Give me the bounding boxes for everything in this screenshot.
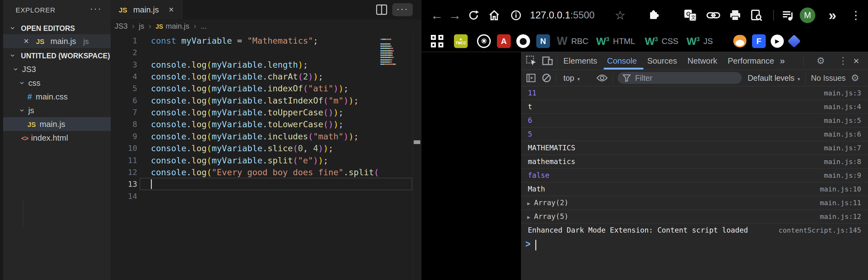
breadcrumb-item[interactable]: JS3	[115, 22, 127, 30]
token: ,	[303, 144, 313, 153]
back-icon[interactable]: ←	[428, 0, 445, 31]
bookmark-w3schools-css[interactable]: W3CSS	[645, 33, 678, 49]
reload-icon[interactable]	[465, 0, 482, 31]
breadcrumb-item[interactable]: main.js	[165, 22, 189, 30]
source-link[interactable]: main.js:6	[824, 127, 861, 141]
console-message: Array(5)	[534, 212, 569, 220]
source-link[interactable]: main.js:12	[820, 210, 861, 223]
workspace-section[interactable]: › UNTITLED (WORKSPACE)	[3, 49, 119, 62]
tab-mainjs[interactable]: JS main.js ×	[111, 0, 182, 19]
devtools-close-icon[interactable]: ×	[854, 52, 859, 69]
context-selector[interactable]: top▾	[563, 70, 580, 86]
split-editor-icon[interactable]	[376, 4, 387, 15]
tree-item-label: css	[28, 78, 40, 88]
bookmark-weebly-rbc[interactable]: WRBC	[557, 33, 588, 49]
open-editor-item-mainjs[interactable]: × JS main.js js	[3, 34, 111, 48]
bookmark-star-icon[interactable]: ☆	[612, 0, 628, 31]
source-link[interactable]: main.js:10	[820, 182, 861, 196]
breadcrumb[interactable]: JS3›js›JSmain.js›...	[115, 19, 207, 33]
bookmark-acrobat[interactable]: A	[497, 33, 511, 49]
explorer-more-icon[interactable]: ···	[90, 3, 102, 14]
browser-menu-kebab-icon[interactable]: ⋮	[848, 0, 864, 31]
translate-icon[interactable]: G文	[681, 0, 700, 31]
overflow-chevrons-icon[interactable]: »	[823, 0, 842, 31]
code-area[interactable]: 1const myVariable = "Mathematics";23cons…	[111, 33, 379, 280]
copy-link-icon[interactable]	[704, 0, 723, 31]
forward-icon[interactable]: →	[446, 0, 463, 31]
open-editors-section[interactable]: › OPEN EDITORS	[3, 21, 119, 35]
bookmark-w3schools-js[interactable]: W3JS	[686, 33, 713, 49]
token: .	[262, 107, 268, 117]
source-link[interactable]: main.js:11	[820, 196, 861, 210]
source-link[interactable]: main.js:8	[824, 155, 861, 168]
source-link[interactable]: main.js:9	[824, 169, 861, 182]
console-settings-gear-icon[interactable]: ⚙	[851, 70, 859, 86]
tab-sources[interactable]: Sources	[647, 52, 677, 69]
tab-network[interactable]: Network	[687, 52, 717, 69]
search-page-icon[interactable]	[748, 0, 765, 31]
bookmark-navy-n[interactable]: N	[536, 33, 550, 49]
token: .	[186, 167, 191, 177]
console-filter-input[interactable]: Filter	[618, 72, 742, 84]
tree-item-css[interactable]: ›css	[3, 76, 111, 90]
tree-item-main-js[interactable]: JSmain.js	[3, 117, 111, 131]
clear-console-icon[interactable]	[540, 70, 553, 86]
bookmark-openai[interactable]: ✳	[477, 33, 491, 49]
print-icon[interactable]	[726, 0, 744, 31]
page-content[interactable]	[422, 52, 521, 280]
more-tabs-icon[interactable]: »	[780, 52, 785, 69]
minimap-line	[380, 64, 396, 65]
bookmark-scratch[interactable]	[733, 33, 746, 49]
source-link[interactable]: main.js:4	[824, 100, 861, 114]
log-levels-selector[interactable]: Default levels▾	[748, 70, 800, 86]
tree-item-index-html[interactable]: <>index.html	[3, 131, 111, 145]
devtools-menu-kebab-icon[interactable]: ⋮	[838, 52, 848, 69]
minimap[interactable]	[380, 39, 411, 89]
live-expression-eye-icon[interactable]	[595, 70, 610, 86]
site-info-icon[interactable]	[507, 0, 524, 31]
bookmark-github[interactable]	[516, 33, 530, 49]
console-sidebar-toggle-icon[interactable]	[524, 70, 538, 86]
device-toolbar-icon[interactable]	[540, 52, 555, 69]
close-icon[interactable]: ×	[24, 36, 29, 46]
tree-item-js[interactable]: ›js	[3, 103, 111, 117]
profile-avatar[interactable]: M	[800, 7, 815, 23]
console-prompt[interactable]: >	[521, 238, 868, 252]
github-icon	[516, 34, 530, 48]
tab-console[interactable]: Console	[607, 52, 637, 69]
editor-more-icon[interactable]: ···	[392, 3, 413, 16]
vscode-window: EXPLORER ··· › OPEN EDITORS × JS main.js…	[0, 0, 422, 280]
source-link[interactable]: main.js:7	[824, 141, 861, 155]
token: charAt	[268, 72, 298, 82]
extensions-puzzle-icon[interactable]	[645, 0, 662, 31]
devtools-settings-gear-icon[interactable]: ⚙	[816, 52, 825, 69]
expand-arrow-icon[interactable]: ▶	[527, 200, 530, 207]
bookmark-gem[interactable]	[789, 33, 799, 49]
bookmark-f-blue[interactable]: F	[752, 33, 766, 49]
tree-item-main-css[interactable]: #main.css	[3, 90, 111, 103]
tab-performance[interactable]: Performance	[728, 52, 774, 69]
source-link[interactable]: contentScript.js:145	[778, 224, 861, 237]
tab-elements[interactable]: Elements	[563, 52, 597, 69]
tree-item-JS3[interactable]: ›JS3	[3, 62, 111, 76]
code-text: console.log(myVariable.charAt(2));	[151, 71, 323, 83]
issues-counter[interactable]: No Issues	[811, 70, 845, 86]
playlist-media-icon[interactable]	[779, 0, 797, 31]
breadcrumb-item[interactable]: ...	[200, 22, 207, 30]
bookmark-tmcc[interactable]: ▲TMCC	[454, 33, 468, 49]
home-icon[interactable]	[486, 0, 503, 31]
token: )	[308, 72, 313, 82]
source-link[interactable]: main.js:3	[824, 86, 861, 100]
editor-scrollbar-thumb[interactable]	[414, 140, 420, 144]
tab-close-icon[interactable]: ×	[169, 0, 174, 19]
inspect-element-icon[interactable]	[524, 52, 538, 69]
source-link[interactable]: main.js:5	[824, 114, 861, 127]
bookmark-play[interactable]: ▶	[771, 33, 784, 49]
expand-arrow-icon[interactable]: ▶	[527, 214, 530, 220]
explorer-sidebar: EXPLORER ··· › OPEN EDITORS × JS main.js…	[3, 0, 111, 280]
breadcrumb-item[interactable]: js	[139, 22, 144, 30]
bookmark-w3schools-html[interactable]: W3HTML	[596, 33, 635, 49]
bookmark-label: HTML	[613, 36, 635, 46]
address-bar[interactable]: 127.0.0.1:5500	[530, 0, 595, 31]
bookmark-apps-grid[interactable]	[431, 33, 443, 49]
